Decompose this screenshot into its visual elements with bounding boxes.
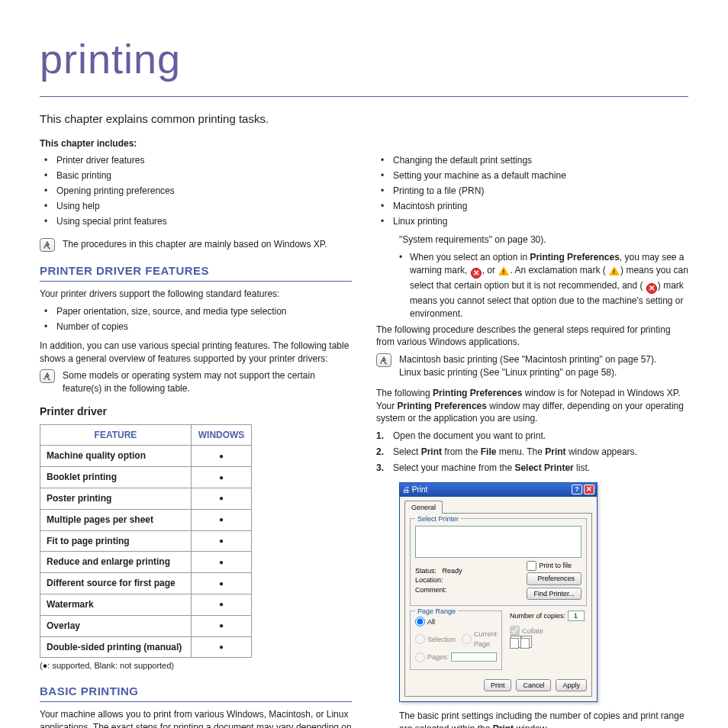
table-cell: ●	[191, 488, 251, 509]
table-cell: Machine quality option	[40, 446, 192, 467]
table-note: (●: supported, Blank: not supported)	[40, 660, 352, 672]
main-columns: The procedures in this chapter are mainl…	[40, 234, 688, 728]
table-cell: Watermark	[40, 594, 192, 615]
chapter-intro: This chapter explains common printing ta…	[40, 111, 688, 127]
feature-table: FEATURE WINDOWS Machine quality option● …	[40, 424, 252, 659]
paragraph: In addition, you can use various special…	[40, 340, 352, 366]
warning-icon	[498, 265, 510, 277]
includes-list-left: Printer driver features Basic printing O…	[40, 154, 352, 227]
table-cell: ●	[191, 615, 251, 636]
table-cell: ●	[191, 636, 251, 658]
table-cell: Different source for first page	[40, 573, 192, 594]
step-3: 3. Select your machine from the Select P…	[376, 462, 688, 475]
radio-selection[interactable]: Selection	[415, 630, 456, 649]
note-mac-linux: Macintosh basic printing (See "Macintosh…	[376, 353, 688, 379]
includes-heading: This chapter includes:	[40, 137, 688, 150]
group-page-range: Page Range	[415, 607, 458, 617]
error-icon: ✕	[470, 267, 482, 279]
paragraph: The following Printing Preferences windo…	[376, 387, 688, 425]
dialog-titlebar: 🖨 Print ? ✕	[400, 483, 597, 497]
apply-button[interactable]: Apply	[556, 679, 587, 692]
includes-columns: Printer driver features Basic printing O…	[40, 154, 688, 234]
paragraph: The following procedure describes the ge…	[376, 324, 688, 350]
list-item: Paper orientation, size, source, and med…	[44, 305, 352, 318]
print-to-file-checkbox[interactable]: Print to file	[527, 561, 581, 571]
warning-icon	[608, 265, 620, 277]
printer-list[interactable]	[415, 526, 581, 558]
radio-current-page[interactable]: Current Page	[462, 630, 497, 649]
collate-checkbox[interactable]: Collate	[510, 626, 587, 636]
list-item: Macintosh printing	[381, 200, 688, 213]
heading-printer-driver-features: PRINTER DRIVER FEATURES	[40, 263, 352, 282]
note-icon	[40, 238, 55, 252]
help-icon[interactable]: ?	[572, 485, 582, 494]
list-item: Number of copies	[44, 321, 352, 333]
copies-stepper[interactable]: 1	[568, 610, 585, 621]
list-item: Printer driver features	[44, 154, 352, 167]
table-cell: Fit to page printing	[40, 530, 192, 552]
list-item: Opening printing preferences	[44, 185, 352, 198]
step-1: 1.Open the document you want to print.	[376, 430, 688, 443]
close-icon[interactable]: ✕	[584, 485, 594, 494]
table-cell: Reduce and enlarge printing	[40, 552, 192, 573]
note-text: Some models or operating system may not …	[63, 369, 352, 395]
steps-list: 1.Open the document you want to print. 2…	[376, 430, 688, 474]
heading-basic-printing: BASIC PRINTING	[40, 683, 352, 702]
note-line: Macintosh basic printing (See "Macintosh…	[399, 353, 688, 366]
radio-pages[interactable]: Pages:	[415, 652, 497, 662]
list-item: Using special print features	[44, 215, 352, 228]
group-select-printer: Select Printer	[415, 514, 461, 524]
pages-input[interactable]	[451, 652, 497, 662]
paragraph: Your machine allows you to print from va…	[40, 708, 352, 728]
table-cell: ●	[191, 552, 251, 573]
table-cell: ●	[191, 573, 251, 594]
driver-features-bullets: Paper orientation, size, source, and med…	[40, 305, 352, 333]
table-cell: Double-sided printing (manual)	[40, 636, 192, 658]
table-cell: Poster printing	[40, 488, 192, 509]
paragraph: Your printer drivers support the followi…	[40, 288, 352, 301]
table-cell: ●	[191, 467, 251, 488]
table-cell: ●	[191, 530, 251, 552]
note-icon	[376, 353, 391, 367]
list-item: Basic printing	[44, 169, 352, 182]
collate-icon	[510, 638, 587, 649]
tab-general[interactable]: General	[404, 501, 443, 514]
step-2: 2. Select Print from the File menu. The …	[376, 446, 688, 459]
heading-printer-driver: Printer driver	[40, 404, 352, 420]
cancel-button[interactable]: Cancel	[516, 679, 551, 692]
note-icon	[40, 369, 55, 383]
find-printer-button[interactable]: Find Printer...	[527, 588, 581, 601]
note-text: The procedures in this chapter are mainl…	[63, 238, 352, 252]
note-driver-models: Some models or operating system may not …	[40, 369, 352, 395]
paragraph: The basic print settings including the n…	[376, 710, 688, 728]
table-cell: Booklet printing	[40, 467, 192, 488]
table-cell: Multiple pages per sheet	[40, 509, 192, 530]
table-cell: ●	[191, 446, 251, 467]
error-icon: ✕	[646, 282, 658, 295]
list-item: Setting your machine as a default machin…	[381, 169, 688, 182]
table-cell: ●	[191, 594, 251, 615]
table-header-feature: FEATURE	[40, 424, 192, 446]
list-item: Linux printing	[381, 215, 688, 228]
chapter-title: printing	[40, 31, 688, 97]
radio-all[interactable]: All	[415, 617, 497, 627]
note-continuation: "System requirements" on page 30). When …	[376, 234, 688, 320]
warning-bullet: When you select an option in Printing Pr…	[399, 251, 688, 320]
includes-list-right: Changing the default print settings Sett…	[376, 154, 688, 227]
note-xp: The procedures in this chapter are mainl…	[40, 238, 352, 252]
list-item: Using help	[44, 200, 352, 213]
list-item: Changing the default print settings	[381, 154, 688, 167]
sysreq-ref: "System requirements" on page 30).	[399, 234, 688, 246]
list-item: Printing to a file (PRN)	[381, 185, 688, 198]
table-cell: Overlay	[40, 615, 192, 636]
table-cell: ●	[191, 509, 251, 530]
note-line: Linux basic printing (See "Linux printin…	[399, 366, 688, 379]
preferences-button[interactable]: Preferences	[527, 572, 581, 585]
print-dialog-screenshot: 🖨 Print ? ✕ General Select Printer Statu…	[399, 482, 598, 703]
print-button[interactable]: Print	[484, 679, 512, 692]
table-header-windows: WINDOWS	[191, 424, 251, 446]
